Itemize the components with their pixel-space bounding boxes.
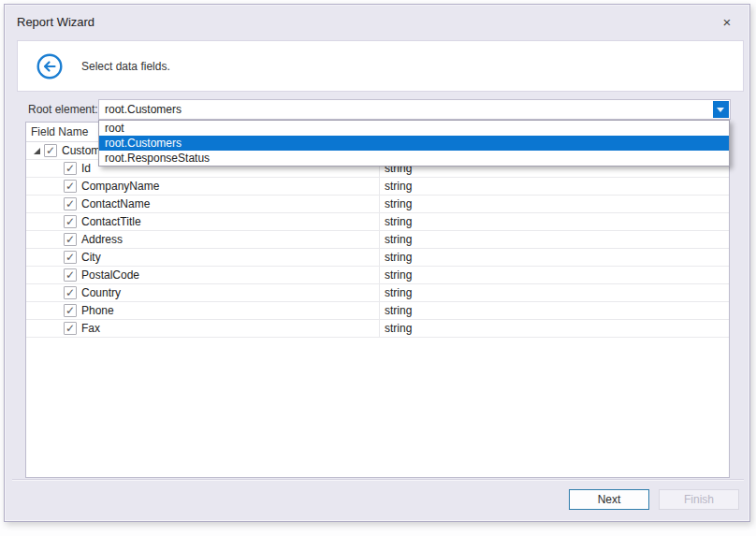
screen: Report Wizard × Select data fields. Root…: [0, 0, 756, 536]
wizard-instruction: Select data fields.: [81, 41, 170, 93]
root-element-dropdown-list: rootroot.Customersroot.ResponseStatus: [98, 120, 730, 167]
field-checkbox[interactable]: ✓: [64, 286, 77, 299]
field-checkbox[interactable]: ✓: [64, 197, 77, 210]
close-icon[interactable]: ×: [718, 13, 736, 32]
field-rows-container: ✓Idstring✓CompanyNamestring✓ContactNames…: [26, 160, 729, 338]
table-row[interactable]: ✓ContactNamestring: [26, 196, 729, 213]
checkbox-customers[interactable]: ✓: [44, 144, 57, 157]
field-type: string: [379, 284, 729, 301]
chevron-down-icon: [717, 108, 724, 112]
dropdown-item[interactable]: root.Customers: [99, 136, 729, 151]
root-element-value: root.Customers: [105, 100, 182, 119]
field-name: Phone: [81, 302, 114, 319]
column-header-field-name: Field Name: [31, 123, 88, 142]
field-checkbox[interactable]: ✓: [64, 322, 77, 335]
table-row[interactable]: ✓Phonestring: [26, 302, 729, 320]
root-element-label: Root element:: [28, 103, 98, 116]
dialog-title: Report Wizard: [17, 5, 94, 40]
table-row[interactable]: ✓Countrystring: [26, 284, 729, 302]
table-row[interactable]: ✓Faxstring: [26, 320, 729, 338]
field-checkbox[interactable]: ✓: [64, 304, 77, 317]
dialog-titlebar[interactable]: Report Wizard ×: [5, 5, 749, 40]
wizard-header-band: Select data fields.: [17, 40, 744, 92]
table-row[interactable]: ✓CompanyNamestring: [26, 178, 729, 196]
table-row[interactable]: ✓Citystring: [26, 249, 729, 267]
field-name: Country: [81, 284, 121, 301]
back-arrow-icon: [36, 53, 63, 80]
footer-separator: [12, 479, 744, 481]
field-checkbox[interactable]: ✓: [64, 251, 77, 264]
table-row[interactable]: ✓PostalCodestring: [26, 267, 729, 284]
field-name: ContactTitle: [81, 213, 141, 230]
field-type: string: [379, 178, 729, 195]
report-wizard-dialog: Report Wizard × Select data fields. Root…: [4, 4, 750, 522]
field-type: string: [379, 213, 729, 230]
field-name: Address: [81, 231, 123, 248]
field-checkbox[interactable]: ✓: [64, 268, 77, 282]
field-type: string: [379, 320, 729, 337]
root-element-combobox[interactable]: root.Customers: [98, 99, 731, 120]
table-row[interactable]: ✓ContactTitlestring: [26, 213, 729, 231]
field-type: string: [379, 231, 729, 248]
field-type: string: [379, 302, 729, 319]
field-name: PostalCode: [81, 267, 139, 283]
field-checkbox[interactable]: ✓: [64, 233, 77, 246]
field-name: City: [81, 249, 101, 266]
expander-icon[interactable]: [33, 147, 41, 155]
table-row[interactable]: ✓Addressstring: [26, 231, 729, 249]
field-type: string: [379, 267, 729, 283]
field-name: CompanyName: [81, 178, 159, 195]
field-checkbox[interactable]: ✓: [64, 215, 77, 228]
field-type: string: [379, 196, 729, 212]
next-button[interactable]: Next: [569, 489, 649, 510]
field-checkbox[interactable]: ✓: [64, 162, 77, 175]
field-type: string: [379, 249, 729, 266]
dropdown-item[interactable]: root.ResponseStatus: [99, 151, 729, 166]
fields-tree-list: Field Name ✓ Customers ✓Idstring✓Company…: [25, 122, 730, 478]
back-button[interactable]: [36, 53, 63, 80]
dropdown-item[interactable]: root: [99, 121, 729, 136]
combobox-dropdown-button[interactable]: [713, 101, 729, 118]
field-checkbox[interactable]: ✓: [64, 180, 77, 193]
field-name: Id: [81, 160, 91, 177]
field-name: Fax: [81, 320, 100, 337]
finish-button[interactable]: Finish: [659, 489, 739, 510]
field-name: ContactName: [81, 196, 150, 212]
